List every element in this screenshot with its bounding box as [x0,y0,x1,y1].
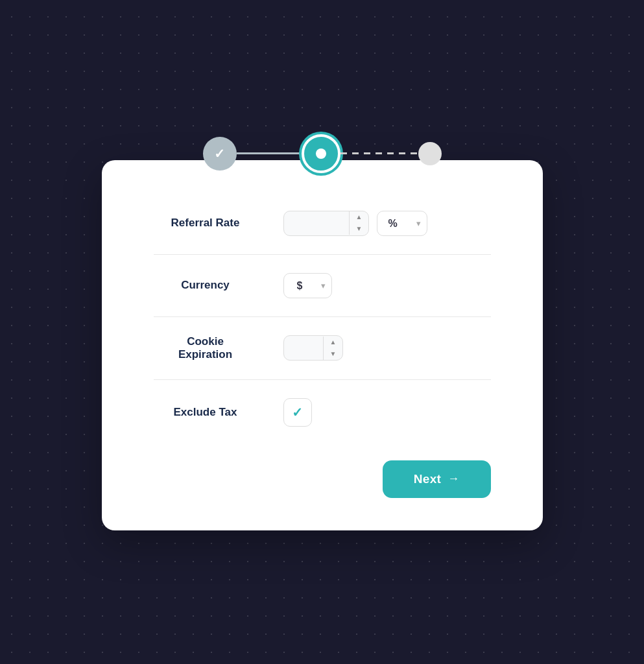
cookie-expiration-controls: ▲ ▼ [283,335,344,361]
cookie-expiration-row: Cookie Expiration ▲ ▼ [154,317,491,380]
stepper: ✓ [203,134,442,173]
next-arrow-icon: → [447,472,459,486]
exclude-tax-controls: ✓ [283,398,312,427]
referral-rate-decrement[interactable]: ▼ [350,223,369,235]
form-card: Referral Rate ▲ ▼ % $ flat ▾ [102,160,543,530]
main-wrapper: ✓ Referral Rate ▲ ▼ [102,134,543,530]
step-1-circle: ✓ [203,137,237,171]
currency-label: Currency [154,279,257,292]
exclude-tax-label: Exclude Tax [154,406,257,419]
connector-1 [237,152,302,154]
cookie-expiration-spinners: ▲ ▼ [323,337,343,360]
step-1-check-icon: ✓ [214,146,225,161]
cookie-expiration-input-wrapper: ▲ ▼ [283,335,344,361]
currency-select[interactable]: $ € £ ¥ [283,273,332,298]
connector-2 [340,152,418,154]
cookie-expiration-label: Cookie Expiration [154,335,257,361]
cookie-expiration-input[interactable] [284,336,323,360]
referral-rate-label: Referral Rate [154,217,257,230]
exclude-tax-check-icon: ✓ [292,405,303,420]
step-3-circle [418,142,442,165]
referral-rate-input-wrapper: ▲ ▼ [283,211,370,236]
referral-rate-input[interactable] [284,211,349,235]
rate-unit-select[interactable]: % $ flat [377,211,427,236]
next-button[interactable]: Next → [383,460,491,498]
next-button-label: Next [414,472,441,486]
cookie-expiration-increment[interactable]: ▲ [324,337,343,348]
currency-select-wrapper: $ € £ ¥ ▾ [283,273,332,298]
referral-rate-increment[interactable]: ▲ [350,211,369,223]
currency-controls: $ € £ ¥ ▾ [283,273,332,298]
exclude-tax-row: Exclude Tax ✓ [154,380,491,445]
next-button-row: Next → [154,460,491,498]
currency-row: Currency $ € £ ¥ ▾ [154,255,491,317]
referral-rate-row: Referral Rate ▲ ▼ % $ flat ▾ [154,193,491,255]
step-2-dot [316,148,326,159]
exclude-tax-checkbox[interactable]: ✓ [283,398,312,427]
rate-unit-select-wrapper: % $ flat ▾ [377,211,427,236]
referral-rate-spinners: ▲ ▼ [349,211,369,235]
cookie-expiration-decrement[interactable]: ▼ [324,348,343,360]
step-2-circle [302,134,340,173]
referral-rate-controls: ▲ ▼ % $ flat ▾ [283,211,428,236]
